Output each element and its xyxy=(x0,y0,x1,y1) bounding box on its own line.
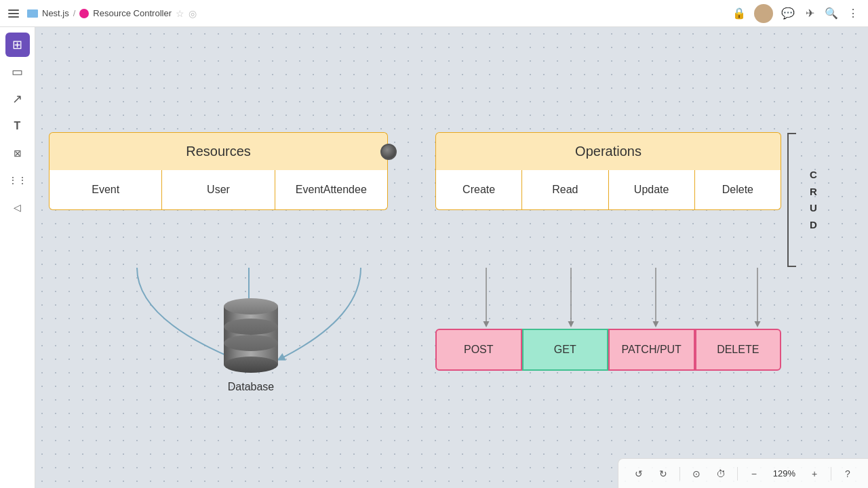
cell-eventattendee: EventAttendee xyxy=(275,170,387,209)
resources-box: Resources Event User EventAttendee xyxy=(49,132,388,210)
comments-icon[interactable]: 💬 xyxy=(781,7,795,20)
cell-read: Read xyxy=(522,170,608,209)
menu-icon[interactable] xyxy=(8,7,22,20)
help-button[interactable]: ? xyxy=(838,464,857,483)
database-container: Database xyxy=(224,298,278,393)
zoom-level: 129% xyxy=(769,468,800,479)
search-icon[interactable]: 🔍 xyxy=(825,7,838,20)
sidebar-item-arrow[interactable]: ↗ xyxy=(5,87,30,111)
cell-create: Create xyxy=(436,170,522,209)
reset-button[interactable]: ⊙ xyxy=(687,464,706,483)
separator-3 xyxy=(831,467,831,481)
separator-2 xyxy=(737,467,738,481)
http-box-delete: DELETE xyxy=(695,329,782,371)
http-box-patch: PATCH/PUT xyxy=(608,329,695,371)
share-icon[interactable]: ◎ xyxy=(189,8,197,19)
separator-1 xyxy=(679,467,680,481)
share-send-icon[interactable]: ✈ xyxy=(803,7,816,20)
redo-button[interactable]: ↻ xyxy=(654,464,673,483)
cell-user: User xyxy=(162,170,275,209)
resources-cells: Event User EventAttendee xyxy=(49,170,388,210)
zoom-in-button[interactable]: + xyxy=(805,464,824,483)
sidebar: ⊞ ▭ ↗ T ⊠ ⋮⋮ ◁ xyxy=(0,27,35,488)
canvas[interactable]: Resources Event User EventAttendee Opera… xyxy=(35,27,868,488)
http-boxes: POST GET PATCH/PUT DELETE xyxy=(435,329,781,371)
folder-icon xyxy=(27,9,38,18)
breadcrumb-folder[interactable]: Nest.js xyxy=(42,8,69,18)
database-cylinder xyxy=(224,298,278,373)
http-box-post: POST xyxy=(435,329,522,371)
cyl-mid-2 xyxy=(224,335,278,351)
page-icon xyxy=(79,9,89,18)
topbar-right: 🔒 💬 ✈ 🔍 ⋮ xyxy=(732,4,860,23)
cell-event: Event xyxy=(50,170,162,209)
crud-letters: C R U D xyxy=(810,167,817,232)
operations-header: Operations xyxy=(435,132,781,170)
bracket-svg xyxy=(787,132,806,268)
cell-update: Update xyxy=(609,170,695,209)
cyl-mid-1 xyxy=(224,319,278,335)
breadcrumb: Nest.js / Resource Controller ☆ ◎ xyxy=(27,8,197,19)
resources-header: Resources xyxy=(49,132,388,170)
operations-title: Operations xyxy=(575,144,642,159)
sidebar-item-rectangle[interactable]: ▭ xyxy=(5,60,30,84)
crud-bracket: C R U D xyxy=(787,132,817,268)
history-button[interactable]: ⏱ xyxy=(711,464,730,483)
operations-cells: Create Read Update Delete xyxy=(435,170,781,210)
diagram-svg xyxy=(35,27,868,488)
connector-dot xyxy=(380,144,397,160)
sidebar-item-components[interactable]: ⋮⋮ xyxy=(5,168,30,192)
sidebar-item-plugins[interactable]: ◁ xyxy=(5,195,30,220)
zoom-out-button[interactable]: − xyxy=(745,464,764,483)
more-icon[interactable]: ⋮ xyxy=(846,7,860,20)
bottombar: ↺ ↻ ⊙ ⏱ − 129% + ? xyxy=(618,458,868,488)
breadcrumb-page[interactable]: Resource Controller xyxy=(93,8,172,18)
cyl-bottom xyxy=(224,357,278,373)
resources-title: Resources xyxy=(186,144,251,159)
http-box-get: GET xyxy=(522,329,609,371)
sidebar-item-text[interactable]: T xyxy=(5,114,30,138)
undo-button[interactable]: ↺ xyxy=(629,464,648,483)
topbar: Nest.js / Resource Controller ☆ ◎ 🔒 💬 ✈ … xyxy=(0,0,868,27)
cyl-top xyxy=(224,298,278,314)
lock-icon[interactable]: 🔒 xyxy=(732,7,746,20)
sidebar-item-grid[interactable]: ⊞ xyxy=(5,33,30,57)
star-icon[interactable]: ☆ xyxy=(176,8,184,19)
sidebar-item-image[interactable]: ⊠ xyxy=(5,141,30,165)
cell-delete: Delete xyxy=(695,170,781,209)
breadcrumb-separator: / xyxy=(73,8,76,18)
avatar[interactable] xyxy=(754,4,773,23)
database-label: Database xyxy=(228,381,275,393)
operations-box: Operations Create Read Update Delete xyxy=(435,132,781,210)
